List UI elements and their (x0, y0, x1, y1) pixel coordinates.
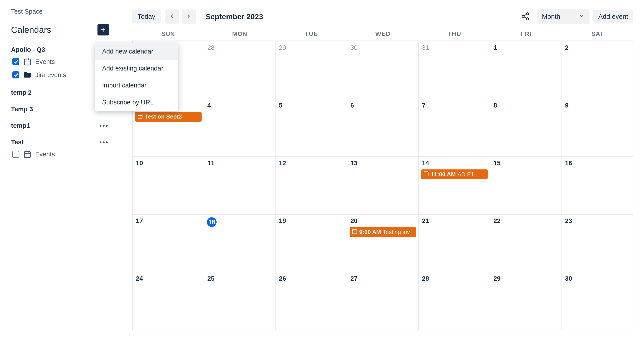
date-number: 2 (564, 43, 631, 53)
space-title[interactable]: Test Space (11, 8, 109, 15)
day-cell[interactable]: 4 (204, 99, 276, 157)
day-cell[interactable]: 16 (562, 157, 634, 215)
prev-button[interactable] (165, 9, 179, 23)
day-cell[interactable]: 6 (347, 99, 419, 157)
svg-line-12 (524, 14, 526, 16)
date-number: 30 (564, 274, 631, 284)
view-select[interactable]: Month (536, 9, 590, 24)
day-cell[interactable]: 25 (204, 272, 276, 330)
day-cell[interactable]: 15 (490, 157, 562, 215)
day-cell[interactable]: 21 (419, 215, 490, 272)
day-cell[interactable]: 24 (133, 272, 204, 330)
calendar-item[interactable]: Events (11, 55, 109, 68)
day-cell[interactable]: 1 (490, 41, 562, 99)
calendar-icon (137, 113, 143, 120)
calendar-group-title[interactable]: temp1 (11, 120, 109, 131)
day-cell[interactable]: 30 (562, 272, 634, 330)
date-number: 5 (278, 101, 345, 111)
day-cell[interactable]: 22 (490, 215, 562, 272)
toolbar: Today September 2023 (132, 9, 634, 24)
day-cell[interactable]: 12 (276, 157, 347, 215)
menu-item[interactable]: Add new calendar (95, 43, 178, 60)
chevron-right-icon (186, 13, 192, 20)
day-cell[interactable]: 9 (562, 99, 634, 157)
share-button[interactable] (518, 9, 533, 24)
main: Today September 2023 (118, 0, 644, 360)
calendar-event[interactable]: 9:00 AMTesting inv (350, 227, 416, 237)
month-title: September 2023 (206, 12, 263, 21)
day-cell[interactable]: 10 (133, 157, 204, 215)
calendar-item-checkbox[interactable] (12, 71, 20, 78)
day-cell[interactable]: 26 (276, 272, 347, 330)
day-cell[interactable]: 31 (419, 41, 490, 99)
svg-rect-4 (24, 152, 30, 158)
next-button[interactable] (182, 9, 196, 23)
folder-icon (24, 71, 31, 79)
day-cell[interactable]: 29 (490, 272, 562, 330)
svg-rect-13 (138, 114, 142, 118)
calendar-group-label: Temp 3 (11, 106, 33, 113)
date-number: 1 (492, 43, 559, 53)
svg-rect-17 (424, 172, 428, 176)
calendar-item-checkbox[interactable] (12, 58, 20, 65)
calendar-group-title[interactable]: Temp 3 (11, 104, 109, 115)
more-icon[interactable] (98, 140, 109, 145)
weekday-header: FRI (490, 30, 562, 37)
calendar-event[interactable]: 11:00 AMAD E1 (421, 170, 488, 179)
day-cell[interactable]: 8 (490, 99, 562, 157)
day-cell[interactable]: 2 (562, 41, 634, 99)
calendar-item-checkbox[interactable] (12, 151, 20, 158)
calendar-group-title[interactable]: Test (11, 137, 109, 148)
calendar-event[interactable]: Test on Sept3 (135, 112, 202, 122)
date-number: 23 (564, 216, 631, 226)
day-cell[interactable]: 23 (562, 215, 634, 272)
today-button[interactable]: Today (132, 10, 160, 23)
date-number: 11 (206, 159, 273, 169)
day-cell[interactable]: 19 (276, 215, 347, 272)
event-time: 9:00 AM (359, 229, 381, 235)
event-title: AD E1 (458, 171, 474, 178)
menu-item[interactable]: Import calendar (95, 77, 178, 94)
calendar-group-label: temp 2 (11, 89, 32, 96)
calendar-item-label: Events (35, 58, 55, 65)
day-cell[interactable]: 17 (133, 215, 204, 272)
calendar-group: temp 2 (11, 87, 109, 98)
date-number: 28 (421, 274, 488, 284)
day-cell[interactable]: 18 (204, 215, 276, 272)
date-number: 17 (135, 216, 202, 226)
calendar-group-title[interactable]: Apollo - Q3 (11, 44, 109, 55)
add-event-button[interactable]: Add event (593, 10, 634, 23)
calendar-icon (24, 58, 31, 66)
calendar-icon (24, 150, 31, 158)
calendar-item[interactable]: Jira events (11, 68, 109, 82)
event-time: 11:00 AM (431, 171, 456, 178)
day-cell[interactable]: 28 (419, 272, 490, 330)
date-number: 12 (278, 159, 345, 169)
date-number: 9 (564, 101, 631, 111)
calendar-group-title[interactable]: temp 2 (11, 87, 109, 98)
date-number: 10 (135, 159, 202, 169)
more-icon[interactable] (98, 124, 109, 128)
date-number: 29 (492, 274, 559, 284)
day-cell[interactable]: 7 (419, 99, 490, 157)
add-calendar-button[interactable]: + (98, 24, 109, 35)
svg-line-11 (524, 17, 526, 18)
toolbar-right: Month Add event (518, 9, 634, 24)
day-cell[interactable]: 30 (347, 41, 419, 99)
calendar-group: Apollo - Q3EventsJira events (11, 44, 109, 82)
calendar-icon (352, 228, 358, 236)
day-cell[interactable]: 13 (347, 157, 419, 215)
day-cell[interactable]: 29 (276, 41, 347, 99)
menu-item[interactable]: Add existing calendar (95, 60, 178, 77)
day-cell[interactable]: 209:00 AMTesting inv (347, 215, 419, 272)
day-cell[interactable]: 27 (347, 272, 419, 330)
day-cell[interactable]: 28 (204, 41, 276, 99)
day-cell[interactable]: 11 (204, 157, 276, 215)
menu-item[interactable]: Subscribe by URL (95, 94, 178, 111)
svg-rect-0 (24, 59, 30, 65)
day-cell[interactable]: 1411:00 AMAD E1 (419, 157, 490, 215)
day-cell[interactable]: 5 (276, 99, 347, 157)
calendar-item[interactable]: Events (11, 148, 109, 161)
weekday-row: SUNMONTUEWEDTHUFRISAT (132, 30, 634, 37)
weekday-header: THU (418, 30, 490, 37)
